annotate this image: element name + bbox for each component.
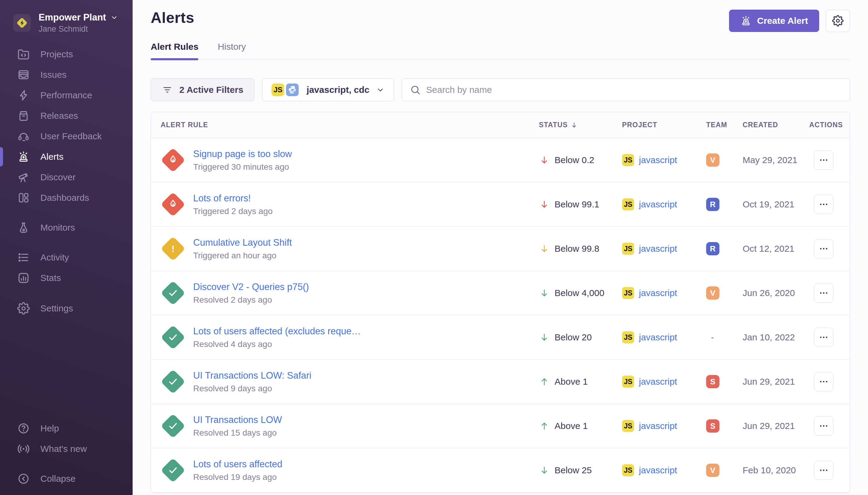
projects-icon — [17, 48, 30, 61]
status-threshold: Below 4,000 — [555, 288, 604, 298]
alert-rule-link[interactable]: Discover V2 - Queries p75() — [193, 281, 309, 292]
flame-icon — [167, 198, 179, 210]
project-selector[interactable]: JS javascript, cdc — [262, 79, 394, 101]
exclamation-icon — [167, 243, 179, 255]
created-date: Oct 19, 2021 — [743, 199, 809, 209]
project-link[interactable]: javascript — [639, 421, 677, 431]
team-avatar: V — [706, 464, 719, 477]
alert-rule-link[interactable]: UI Transactions LOW: Safari — [193, 370, 311, 381]
row-actions-button[interactable] — [814, 150, 833, 170]
alert-rule-status-text: Resolved 2 days ago — [193, 295, 309, 305]
resolved-diamond — [161, 369, 185, 394]
sidebar-item-projects[interactable]: Projects — [0, 44, 133, 65]
python-icon — [286, 84, 299, 96]
alert-rule-link[interactable]: Lots of users affected — [193, 459, 282, 470]
ellipsis-icon — [819, 243, 829, 254]
column-header-status[interactable]: Status — [539, 121, 622, 129]
sidebar-item-releases[interactable]: Releases — [0, 105, 133, 126]
row-actions-button[interactable] — [814, 328, 833, 347]
row-actions-button[interactable] — [814, 284, 833, 303]
sidebar-item-performance[interactable]: Performance — [0, 85, 133, 105]
status-threshold: Below 99.8 — [555, 243, 599, 254]
alerts-settings-button[interactable] — [826, 10, 850, 32]
whats-new-icon — [17, 443, 30, 455]
create-alert-button[interactable]: Create Alert — [729, 10, 819, 32]
project-link[interactable]: javascript — [639, 332, 677, 342]
search-input[interactable] — [426, 85, 842, 95]
team-avatar: V — [706, 153, 719, 167]
alert-rule-link[interactable]: Cumulative Layout Shift — [193, 237, 292, 248]
siren-icon — [740, 15, 752, 27]
project-link[interactable]: javascript — [639, 377, 677, 387]
status-threshold: Below 20 — [555, 332, 592, 342]
sidebar-item-monitors[interactable]: Monitors — [0, 217, 133, 238]
row-actions-button[interactable] — [814, 195, 833, 214]
project-link[interactable]: javascript — [639, 288, 677, 298]
sidebar-item-label: What's new — [40, 444, 87, 454]
ellipsis-icon — [819, 465, 829, 475]
created-date: Jun 29, 2021 — [743, 377, 809, 387]
arrow-up-icon — [539, 376, 550, 387]
javascript-icon: JS — [622, 154, 634, 166]
sidebar-item-label: Discover — [40, 172, 76, 182]
row-actions-button[interactable] — [814, 239, 833, 258]
status-threshold: Below 99.1 — [555, 199, 599, 209]
filter-icon — [162, 84, 173, 95]
javascript-icon: JS — [622, 287, 634, 299]
ellipsis-icon — [819, 288, 829, 298]
sidebar-item-help[interactable]: Help — [0, 418, 133, 439]
table-row: Cumulative Layout Shift Triggered an hou… — [151, 227, 850, 271]
monitors-icon — [17, 221, 30, 234]
project-link[interactable]: javascript — [639, 243, 677, 254]
sidebar-item-settings[interactable]: Settings — [0, 298, 133, 319]
javascript-icon: JS — [622, 198, 634, 210]
sidebar-item-activity[interactable]: Activity — [0, 247, 133, 268]
critical-diamond — [161, 192, 185, 217]
sidebar-item-label: Activity — [40, 252, 69, 262]
sidebar-item-stats[interactable]: Stats — [0, 268, 133, 288]
sidebar-item-label: Stats — [40, 273, 61, 283]
row-actions-button[interactable] — [814, 372, 833, 391]
project-link[interactable]: javascript — [639, 199, 677, 209]
sidebar-item-alerts[interactable]: Alerts — [0, 147, 133, 167]
alert-rule-link[interactable]: UI Transactions LOW — [193, 414, 282, 425]
sidebar-item-issues[interactable]: Issues — [0, 65, 133, 85]
sidebar-item-label: Collapse — [40, 474, 76, 484]
tab-alert-rules[interactable]: Alert Rules — [151, 41, 198, 59]
sidebar-item-collapse[interactable]: Collapse — [0, 468, 133, 489]
alert-rule-link[interactable]: Lots of users affected (excludes reque… — [193, 326, 361, 337]
tab-history[interactable]: History — [218, 41, 246, 59]
sidebar-item-what-s-new[interactable]: What's new — [0, 439, 133, 459]
ellipsis-icon — [819, 155, 829, 165]
stats-icon — [17, 272, 30, 284]
flame-icon — [167, 154, 179, 166]
created-date: Jun 26, 2020 — [743, 288, 809, 298]
warning-diamond — [161, 236, 185, 261]
sidebar-item-label: Help — [40, 423, 59, 433]
row-actions-button[interactable] — [814, 416, 833, 436]
sidebar-item-user-feedback[interactable]: User Feedback — [0, 126, 133, 147]
project-link[interactable]: javascript — [639, 155, 677, 165]
alert-rule-link[interactable]: Signup page is too slow — [193, 149, 292, 159]
javascript-icon: JS — [622, 376, 634, 388]
row-actions-button[interactable] — [814, 461, 833, 480]
arrow-down-icon — [539, 199, 550, 210]
alerts-icon — [17, 150, 30, 163]
sidebar-item-discover[interactable]: Discover — [0, 167, 133, 188]
active-filters-button[interactable]: 2 Active Filters — [151, 79, 254, 101]
tab-bar: Alert RulesHistory — [151, 41, 850, 60]
performance-icon — [17, 89, 30, 102]
arrow-down-icon — [539, 155, 550, 166]
sidebar-item-dashboards[interactable]: Dashboards — [0, 188, 133, 208]
dashboards-icon — [17, 191, 30, 204]
alert-rule-link[interactable]: Lots of errors! — [193, 193, 273, 204]
project-link[interactable]: javascript — [639, 465, 677, 475]
org-switcher[interactable]: Empower Plant Jane Schmidt — [0, 0, 133, 34]
status-threshold: Below 0.2 — [555, 155, 594, 165]
column-header-alert-rule: Alert Rule — [151, 121, 539, 129]
alert-rule-status-text: Triggered 2 days ago — [193, 206, 273, 216]
org-logo — [13, 14, 31, 32]
status-threshold: Above 1 — [555, 377, 588, 387]
check-icon — [167, 376, 179, 388]
resolved-diamond — [161, 281, 185, 305]
